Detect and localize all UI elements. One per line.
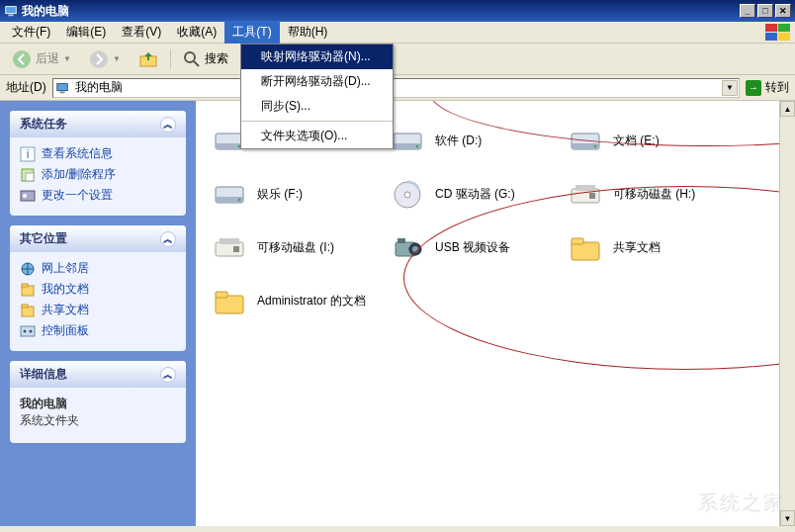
drive-item[interactable]: 可移动磁盘 (I:) — [206, 222, 384, 275]
optical-icon — [390, 177, 425, 213]
svg-rect-24 — [21, 326, 35, 336]
svg-rect-3 — [778, 24, 790, 32]
address-bar: 地址(D) ▼ → 转到 — [0, 75, 795, 101]
svg-rect-51 — [572, 242, 599, 260]
link-my-documents[interactable]: 我的文档 — [20, 279, 176, 300]
panel-details: 详细信息 ︽ 我的电脑 系统文件夹 — [10, 361, 186, 443]
svg-point-25 — [24, 329, 27, 332]
svg-rect-4 — [765, 33, 777, 41]
drive-item[interactable]: CD 驱动器 (G:) — [384, 168, 562, 222]
watermark: 系统之家 — [698, 489, 785, 516]
panel-system-tasks: 系统任务 ︽ i查看系统信息 添加/删除程序 更改一个设置 — [10, 111, 186, 216]
svg-point-40 — [404, 192, 410, 198]
drive-label: Administrator 的文档 — [257, 294, 366, 310]
drive-label: CD 驱动器 (G:) — [435, 187, 515, 203]
menu-item-map-network-drive[interactable]: 映射网络驱动器(N)... — [241, 44, 393, 69]
menu-edit[interactable]: 编辑(E) — [58, 21, 114, 44]
address-dropdown-button[interactable]: ▼ — [722, 80, 738, 96]
svg-rect-12 — [59, 91, 64, 93]
svg-rect-52 — [572, 238, 583, 244]
task-add-remove-programs[interactable]: 添加/删除程序 — [20, 164, 176, 185]
info-icon: i — [20, 146, 36, 162]
my-computer-icon — [55, 81, 69, 95]
camera-icon — [390, 230, 425, 266]
menu-bar: 文件(F) 编辑(E) 查看(V) 收藏(A) 工具(T) 帮助(H) — [0, 22, 795, 44]
close-button[interactable]: ✕ — [775, 4, 791, 18]
vertical-scrollbar[interactable]: ▲ ▼ — [779, 101, 795, 526]
menu-file[interactable]: 文件(F) — [4, 21, 58, 44]
folder-up-icon — [138, 49, 158, 69]
drive-item[interactable]: 娱乐 (F:) — [206, 168, 384, 222]
menu-item-disconnect-network-drive[interactable]: 断开网络驱动器(D)... — [241, 69, 393, 94]
link-shared-documents[interactable]: 共享文档 — [20, 300, 176, 320]
svg-rect-45 — [220, 238, 239, 244]
hdd-icon — [568, 124, 603, 159]
forward-arrow-icon — [89, 49, 109, 69]
task-change-setting[interactable]: 更改一个设置 — [20, 185, 176, 206]
task-view-system-info[interactable]: i查看系统信息 — [20, 143, 176, 164]
task-label: 添加/删除程序 — [42, 166, 116, 183]
panel-header[interactable]: 系统任务 ︽ — [10, 111, 186, 137]
drive-label: USB 视频设备 — [435, 240, 510, 256]
svg-rect-5 — [778, 33, 790, 41]
svg-point-49 — [412, 246, 418, 252]
menu-favorites[interactable]: 收藏(A) — [169, 21, 224, 44]
drive-item[interactable]: 共享文档 — [562, 222, 740, 275]
drive-label: 软件 (D:) — [435, 133, 482, 149]
svg-rect-0 — [6, 7, 17, 14]
panel-title: 详细信息 — [20, 366, 67, 383]
scroll-down-button[interactable]: ▼ — [780, 510, 795, 526]
back-arrow-icon — [12, 49, 32, 69]
chevron-down-icon: ▼ — [63, 54, 71, 63]
svg-rect-2 — [765, 24, 777, 32]
drive-item[interactable]: Administrator 的文档 — [206, 275, 384, 328]
menu-view[interactable]: 查看(V) — [114, 21, 169, 44]
drive-label: 共享文档 — [613, 240, 661, 256]
task-label: 更改一个设置 — [42, 187, 113, 204]
search-icon — [183, 50, 201, 68]
svg-rect-21 — [22, 284, 28, 287]
svg-rect-46 — [233, 246, 239, 252]
svg-rect-42 — [575, 185, 595, 191]
drive-item[interactable]: 可移动磁盘 (H:) — [562, 168, 740, 222]
panel-other-places: 其它位置 ︽ 网上邻居 我的文档 共享文档 控制面板 — [10, 225, 186, 351]
link-network-places[interactable]: 网上邻居 — [20, 258, 176, 279]
svg-point-18 — [23, 194, 27, 198]
forward-button[interactable]: ▼ — [83, 47, 127, 71]
drive-item[interactable]: USB 视频设备 — [384, 222, 562, 275]
maximize-button[interactable]: □ — [757, 4, 773, 18]
shared-docs-icon — [20, 303, 36, 318]
drive-item[interactable]: 文档 (E:) — [562, 115, 740, 168]
content-pane: 本地磁盘 (C:)软件 (D:)文档 (E:)娱乐 (F:)CD 驱动器 (G:… — [196, 101, 795, 526]
svg-rect-50 — [398, 238, 405, 243]
menu-help[interactable]: 帮助(H) — [280, 21, 336, 44]
scroll-up-button[interactable]: ▲ — [780, 101, 795, 117]
go-button[interactable]: → 转到 — [746, 79, 789, 96]
menu-item-synchronize[interactable]: 同步(S)... — [241, 94, 393, 119]
link-control-panel[interactable]: 控制面板 — [20, 320, 176, 341]
back-button[interactable]: 后退 ▼ — [6, 47, 77, 71]
hdd-icon — [390, 124, 425, 159]
network-places-icon — [20, 261, 36, 277]
task-label: 网上邻居 — [42, 260, 89, 277]
up-button[interactable] — [132, 47, 164, 71]
menu-item-folder-options[interactable]: 文件夹选项(O)... — [241, 121, 393, 148]
search-button[interactable]: 搜索 — [177, 48, 234, 70]
task-label: 共享文档 — [42, 302, 89, 318]
chevron-up-icon: ︽ — [160, 117, 176, 133]
removable-icon — [212, 230, 247, 266]
drive-label: 可移动磁盘 (I:) — [257, 240, 334, 256]
panel-header[interactable]: 详细信息 ︽ — [10, 361, 186, 388]
menu-tools[interactable]: 工具(T) — [224, 21, 279, 44]
minimize-button[interactable]: _ — [740, 4, 755, 18]
task-label: 控制面板 — [42, 322, 89, 339]
details-type: 系统文件夹 — [20, 412, 176, 429]
task-label: 查看系统信息 — [42, 145, 113, 162]
my-documents-icon — [20, 282, 36, 298]
svg-rect-1 — [8, 15, 13, 17]
panel-header[interactable]: 其它位置 ︽ — [10, 225, 186, 252]
drive-item[interactable]: 软件 (D:) — [384, 115, 562, 168]
svg-rect-54 — [216, 292, 227, 298]
svg-point-32 — [416, 145, 419, 148]
address-input[interactable] — [52, 78, 740, 98]
